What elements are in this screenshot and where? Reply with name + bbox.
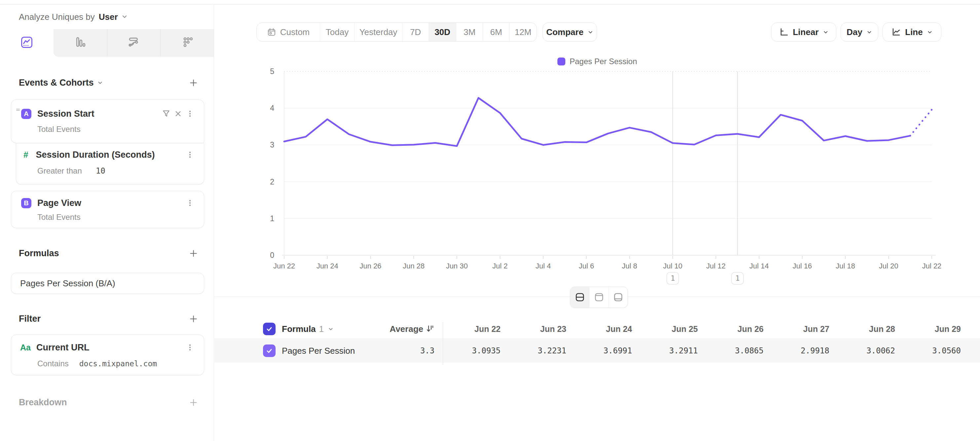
close-icon bbox=[174, 110, 182, 118]
event-aggregation[interactable]: Total Events bbox=[37, 125, 81, 134]
svg-text:Jun 22: Jun 22 bbox=[273, 262, 295, 270]
report-type-tabs bbox=[0, 29, 214, 57]
line-chart-svg: 11012345Jun 22Jun 24Jun 26Jun 28Jun 30Ju… bbox=[215, 5, 980, 302]
table-column-divider bbox=[443, 322, 443, 365]
sort-descending-icon[interactable] bbox=[426, 325, 434, 333]
tab-flows[interactable] bbox=[107, 29, 161, 57]
breakdown-title: Breakdown bbox=[19, 397, 67, 408]
filter-value[interactable]: docs.mixpanel.com bbox=[79, 359, 157, 368]
annotation-badge[interactable]: 1 bbox=[667, 272, 679, 284]
add-formula-button[interactable] bbox=[187, 247, 199, 259]
svg-text:Jul 6: Jul 6 bbox=[579, 262, 594, 270]
chevron-down-icon bbox=[121, 12, 128, 22]
results-table: Formula 1 Average Jun 22Jun 23Jun 24Jun … bbox=[215, 319, 980, 363]
tab-insights[interactable] bbox=[0, 29, 54, 57]
svg-text:Jul 18: Jul 18 bbox=[835, 262, 855, 270]
layout-table-only-button[interactable] bbox=[608, 287, 627, 307]
chevron-down-icon bbox=[97, 80, 103, 86]
formula-header-number: 1 bbox=[319, 324, 324, 334]
svg-text:Jun 26: Jun 26 bbox=[360, 262, 381, 270]
annotation-badge[interactable]: 1 bbox=[732, 272, 743, 284]
formula-card[interactable]: Pages Per Session (B/A) bbox=[11, 273, 204, 294]
chart-axes: 012345Jun 22Jun 24Jun 26Jun 28Jun 30Jul … bbox=[270, 67, 941, 270]
events-cohorts-title: Events & Cohorts bbox=[19, 78, 94, 88]
svg-text:Jun 30: Jun 30 bbox=[446, 262, 468, 270]
column-header-jun-28[interactable]: Jun 28 bbox=[837, 324, 903, 334]
average-column-header[interactable]: Average bbox=[390, 324, 423, 334]
insights-line-chart-icon bbox=[21, 36, 33, 50]
svg-text:1: 1 bbox=[670, 274, 675, 282]
add-event-button[interactable] bbox=[187, 77, 199, 89]
cell-value: 3.0062 bbox=[837, 346, 903, 355]
svg-text:Jul 12: Jul 12 bbox=[706, 262, 725, 270]
event-card-session-start[interactable]: A Session Start Total Events bbox=[11, 100, 204, 143]
event-title[interactable]: Page View bbox=[37, 198, 81, 208]
svg-text:Jul 4: Jul 4 bbox=[536, 262, 551, 270]
cell-value: 2.9918 bbox=[772, 346, 837, 355]
tab-retention[interactable] bbox=[160, 29, 214, 57]
event-more-button[interactable] bbox=[184, 197, 196, 209]
column-header-jun-26[interactable]: Jun 26 bbox=[706, 324, 772, 334]
chart-series[interactable] bbox=[284, 98, 932, 146]
select-all-checkbox[interactable] bbox=[263, 323, 275, 335]
property-operator[interactable]: Greater than bbox=[37, 166, 82, 175]
series-average-value: 3.3 bbox=[420, 346, 443, 355]
svg-text:Jun 28: Jun 28 bbox=[403, 262, 425, 270]
property-card-session-duration[interactable]: # Session Duration (Seconds) Greater tha… bbox=[16, 143, 204, 185]
formula-expression[interactable]: Pages Per Session (B/A) bbox=[20, 279, 115, 288]
column-header-jun-29[interactable]: Jun 29 bbox=[903, 324, 969, 334]
svg-text:1: 1 bbox=[270, 214, 274, 223]
event-card-page-view[interactable]: B Page View Total Events bbox=[11, 191, 204, 228]
plus-icon bbox=[189, 78, 198, 87]
chart-annotations[interactable]: 11 bbox=[667, 72, 743, 284]
layout-toggle-group bbox=[570, 287, 628, 308]
table-row[interactable]: Pages Per Session 3.3 3.09353.22313.6991… bbox=[215, 339, 980, 363]
svg-text:Jul 20: Jul 20 bbox=[879, 262, 898, 270]
kebab-menu-icon bbox=[186, 151, 194, 159]
layout-chart-only-button[interactable] bbox=[589, 287, 608, 307]
filter-more-button[interactable] bbox=[184, 341, 196, 353]
breakdown-section-header: Breakdown bbox=[19, 397, 199, 408]
event-letter-badge: B bbox=[21, 198, 32, 208]
event-letter-badge: A bbox=[21, 109, 32, 119]
chart-only-icon bbox=[594, 292, 605, 302]
funnel-icon bbox=[162, 110, 170, 118]
filter-card-current-url[interactable]: Aa Current URL Contains docs.mixpanel.co… bbox=[11, 334, 204, 375]
table-header-row: Formula 1 Average Jun 22Jun 23Jun 24Jun … bbox=[215, 319, 980, 339]
property-more-button[interactable] bbox=[184, 149, 196, 161]
retention-dots-icon bbox=[181, 35, 194, 50]
property-value[interactable]: 10 bbox=[96, 166, 105, 175]
filter-section-header: Filter bbox=[19, 313, 199, 324]
analyze-value-dropdown[interactable]: User bbox=[99, 12, 118, 22]
add-filter-button[interactable] bbox=[187, 313, 199, 325]
property-title[interactable]: Session Duration (Seconds) bbox=[36, 150, 154, 160]
column-header-jun-22[interactable]: Jun 22 bbox=[443, 324, 509, 334]
event-aggregation[interactable]: Total Events bbox=[37, 213, 81, 222]
formula-header-label[interactable]: Formula bbox=[282, 324, 316, 334]
event-title[interactable]: Session Start bbox=[37, 109, 94, 119]
svg-text:Jul 2: Jul 2 bbox=[492, 262, 508, 270]
line-chart[interactable]: 11012345Jun 22Jun 24Jun 26Jun 28Jun 30Ju… bbox=[215, 5, 980, 302]
filter-event-button[interactable] bbox=[160, 108, 172, 120]
svg-text:Jun 24: Jun 24 bbox=[317, 262, 338, 270]
filter-title: Filter bbox=[19, 314, 41, 324]
filter-operator[interactable]: Contains bbox=[37, 359, 69, 368]
event-more-button[interactable] bbox=[184, 108, 196, 120]
column-header-jun-25[interactable]: Jun 25 bbox=[640, 324, 706, 334]
column-header-jun-24[interactable]: Jun 24 bbox=[574, 324, 640, 334]
chevron-down-icon[interactable] bbox=[328, 326, 334, 332]
analyze-label: Analyze Uniques by bbox=[19, 12, 95, 22]
formulas-title: Formulas bbox=[19, 248, 59, 258]
filter-property-title[interactable]: Current URL bbox=[37, 342, 89, 353]
remove-event-button[interactable] bbox=[172, 108, 184, 120]
column-header-jun-23[interactable]: Jun 23 bbox=[509, 324, 574, 334]
cell-value: 3.6991 bbox=[574, 346, 640, 355]
svg-text:4: 4 bbox=[270, 104, 274, 112]
layout-split-view-button[interactable] bbox=[570, 287, 589, 307]
column-header-jun-27[interactable]: Jun 27 bbox=[772, 324, 837, 334]
svg-text:Jul 8: Jul 8 bbox=[622, 262, 637, 270]
series-checkbox[interactable] bbox=[263, 344, 275, 357]
flows-icon bbox=[127, 35, 140, 50]
tab-funnels[interactable] bbox=[54, 29, 107, 57]
add-breakdown-button[interactable] bbox=[187, 396, 199, 408]
